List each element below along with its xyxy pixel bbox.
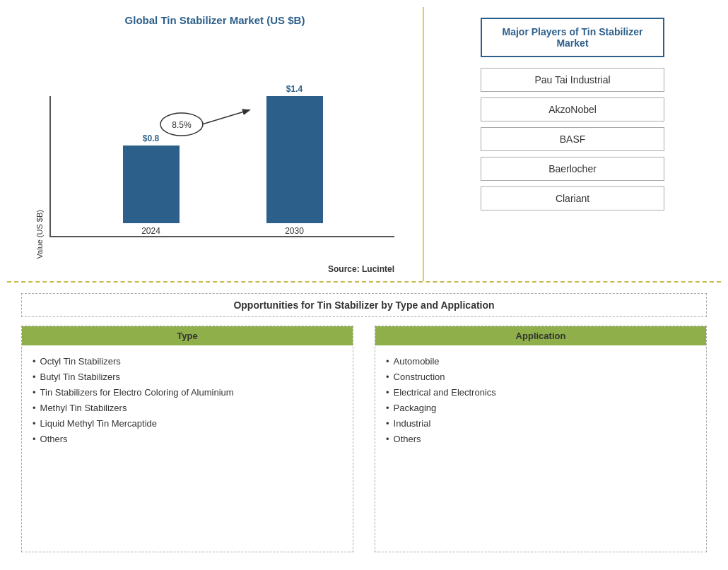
bars-container: 8.5% [49, 96, 394, 237]
top-section: Global Tin Stabilizer Market (US $B) Val… [7, 7, 721, 283]
app-item-4: • Packaging [386, 400, 695, 416]
annotation-area: 8.5% [136, 103, 277, 174]
type-column: Type • Octyl Tin Stabilizers • Butyl Tin… [21, 326, 353, 552]
application-body: • Automobile • Construction • Electrical… [375, 345, 706, 552]
app-bullet-5: • [386, 416, 389, 432]
bullet-2: • [33, 369, 36, 385]
opportunities-title: Opportunities for Tin Stabilizer by Type… [21, 293, 707, 317]
bottom-section: Opportunities for Tin Stabilizer by Type… [7, 283, 721, 563]
app-bullet-1: • [386, 354, 389, 369]
app-item-1: • Automobile [386, 354, 695, 369]
source-label: Source: Lucintel [21, 264, 409, 274]
chart-area: Global Tin Stabilizer Market (US $B) Val… [7, 7, 424, 281]
type-item-text-4: Methyl Tin Stabilizers [40, 400, 342, 416]
player-baerlocher: Baerlocher [481, 157, 664, 181]
app-bullet-4: • [386, 400, 389, 416]
app-item-text-5: Industrial [394, 416, 695, 432]
players-area: Major Players of Tin Stabilizer Market P… [424, 7, 721, 281]
application-column: Application • Automobile • Construction … [375, 326, 707, 552]
app-item-5: • Industrial [386, 416, 695, 432]
app-item-text-1: Automobile [394, 354, 695, 369]
type-item-5: • Liquid Methyl Tin Mercaptide [33, 416, 342, 432]
chart-title: Global Tin Stabilizer Market (US $B) [125, 14, 305, 26]
bullet-5: • [33, 416, 36, 432]
bar-label-2030: 2030 [285, 226, 304, 236]
type-body: • Octyl Tin Stabilizers • Butyl Tin Stab… [22, 345, 353, 552]
app-item-3: • Electrical and Electronics [386, 385, 695, 400]
type-item-1: • Octyl Tin Stabilizers [33, 354, 342, 369]
player-basf: BASF [481, 127, 664, 151]
svg-line-2 [202, 110, 249, 124]
bar-label-2024: 2024 [141, 226, 160, 236]
app-item-text-3: Electrical and Electronics [394, 385, 695, 400]
application-header: Application [375, 326, 706, 345]
y-axis-label: Value (US $B) [35, 210, 44, 259]
app-item-text-2: Construction [394, 369, 695, 385]
bar-value-2030: $1.4 [286, 84, 303, 94]
type-item-text-2: Butyl Tin Stabilizers [40, 369, 342, 385]
type-item-text-1: Octyl Tin Stabilizers [40, 354, 342, 369]
app-item-2: • Construction [386, 369, 695, 385]
type-item-6: • Others [33, 432, 342, 447]
opportunities-grid: Type • Octyl Tin Stabilizers • Butyl Tin… [21, 326, 707, 552]
app-bullet-6: • [386, 432, 389, 447]
type-item-text-6: Others [40, 432, 342, 447]
svg-text:8.5%: 8.5% [172, 120, 192, 130]
bullet-3: • [33, 385, 36, 400]
app-item-6: • Others [386, 432, 695, 447]
chart-wrapper: Value (US $B) 8.5% [21, 33, 409, 259]
player-pau-tai: Pau Tai Industrial [481, 68, 664, 92]
app-bullet-3: • [386, 385, 389, 400]
type-item-text-3: Tin Stabilizers for Electro Coloring of … [40, 385, 342, 400]
player-akzo: AkzoNobel [481, 97, 664, 121]
type-item-3: • Tin Stabilizers for Electro Coloring o… [33, 385, 342, 400]
players-title: Major Players of Tin Stabilizer Market [481, 18, 664, 57]
type-header: Type [22, 326, 353, 345]
player-clariant: Clariant [481, 186, 664, 210]
type-item-2: • Butyl Tin Stabilizers [33, 369, 342, 385]
app-item-text-6: Others [394, 432, 695, 447]
app-item-text-4: Packaging [394, 400, 695, 416]
main-container: Global Tin Stabilizer Market (US $B) Val… [0, 0, 728, 570]
chart-inner: 8.5% [49, 96, 394, 259]
bullet-1: • [33, 354, 36, 369]
app-bullet-2: • [386, 369, 389, 385]
bullet-4: • [33, 400, 36, 416]
bullet-6: • [33, 432, 36, 447]
type-item-text-5: Liquid Methyl Tin Mercaptide [40, 416, 342, 432]
arrow-svg: 8.5% [136, 103, 277, 174]
type-item-4: • Methyl Tin Stabilizers [33, 400, 342, 416]
